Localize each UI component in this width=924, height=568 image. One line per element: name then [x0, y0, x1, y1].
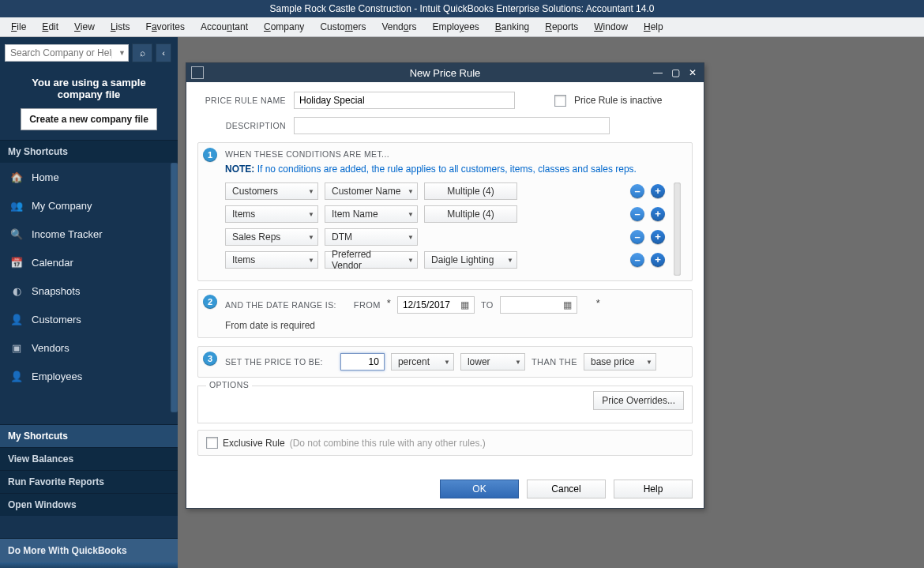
- shortcut-customers[interactable]: 👤 Customers: [0, 305, 178, 333]
- note-label: NOTE:: [225, 164, 254, 175]
- section-do-more[interactable]: Do More With QuickBooks: [0, 538, 178, 562]
- section-my-shortcuts-header[interactable]: My Shortcuts: [0, 140, 178, 163]
- close-button[interactable]: ✕: [686, 66, 699, 79]
- condition-field-value: Customer Name: [332, 186, 400, 197]
- shortcut-vendors[interactable]: ▣ Vendors: [0, 333, 178, 362]
- remove-condition-button[interactable]: [630, 207, 644, 221]
- ok-button[interactable]: OK: [440, 480, 519, 498]
- price-direction-dropdown[interactable]: lower▼: [460, 353, 525, 371]
- condition-field-dropdown[interactable]: Preferred Vendor▼: [325, 251, 418, 269]
- label-description: DESCRIPTION: [197, 121, 286, 130]
- shortcut-income-tracker[interactable]: 🔍 Income Tracker: [0, 220, 178, 248]
- label-set-price: SET THE PRICE TO BE:: [225, 357, 323, 367]
- menu-help[interactable]: Help: [637, 20, 670, 34]
- company-icon: 👥: [9, 198, 24, 213]
- exclusive-section: Exclusive Rule (Do not combine this rule…: [197, 430, 693, 456]
- dialog-system-menu-button[interactable]: [191, 66, 204, 79]
- calendar-icon[interactable]: ▦: [460, 299, 471, 310]
- menu-company[interactable]: Company: [257, 20, 310, 34]
- price-overrides-button[interactable]: Price Overrides...: [593, 391, 684, 410]
- condition-type-dropdown[interactable]: Sales Reps▼: [225, 228, 318, 246]
- condition-field-value: DTM: [332, 231, 352, 243]
- condition-value-dropdown[interactable]: Daigle Lighting▼: [424, 251, 517, 269]
- shortcut-my-company[interactable]: 👥 My Company: [0, 191, 178, 220]
- add-condition-button[interactable]: [651, 184, 665, 198]
- description-input[interactable]: [294, 117, 610, 134]
- shortcut-label: Calendar: [32, 257, 73, 269]
- condition-value-button[interactable]: Multiple (4): [424, 182, 517, 200]
- chevron-down-icon: ▼: [308, 211, 314, 218]
- price-unit-dropdown[interactable]: percent▼: [391, 353, 454, 371]
- add-condition-button[interactable]: [651, 253, 665, 267]
- section-open-windows[interactable]: Open Windows: [0, 493, 178, 516]
- sidebar-scrollbar[interactable]: [171, 163, 178, 412]
- condition-field-dropdown[interactable]: Item Name▼: [325, 205, 418, 223]
- dialog-title-bar[interactable]: New Price Rule — ▢ ✕: [186, 63, 704, 82]
- inactive-checkbox[interactable]: [554, 95, 566, 107]
- search-input[interactable]: [5, 44, 129, 62]
- label-from: FROM: [354, 300, 381, 310]
- help-button[interactable]: Help: [614, 480, 693, 498]
- exclusive-hint: (Do not combine this rule with any other…: [290, 438, 486, 449]
- remove-condition-button[interactable]: [630, 253, 644, 267]
- price-unit-value: percent: [398, 356, 430, 367]
- label-options: OPTIONS: [206, 380, 252, 389]
- create-company-button[interactable]: Create a new company file: [21, 108, 157, 130]
- condition-type-dropdown[interactable]: Items▼: [225, 251, 318, 269]
- minimize-button[interactable]: —: [652, 66, 664, 79]
- label-date-range: AND THE DATE RANGE IS:: [225, 300, 336, 310]
- menu-vendors[interactable]: Vendors: [375, 20, 423, 34]
- section-view-balances[interactable]: View Balances: [0, 447, 178, 470]
- shortcut-home[interactable]: 🏠 Home: [0, 163, 178, 191]
- label-inactive: Price Rule is inactive: [574, 95, 662, 106]
- menu-reports[interactable]: Reports: [539, 20, 584, 34]
- calendar-icon[interactable]: ▦: [563, 299, 574, 310]
- price-rule-name-input[interactable]: [294, 92, 515, 109]
- price-amount-input[interactable]: [340, 353, 385, 371]
- section-my-shortcuts-footer[interactable]: My Shortcuts: [0, 424, 178, 447]
- condition-field-dropdown[interactable]: DTM▼: [325, 228, 418, 246]
- menu-file[interactable]: File: [5, 20, 32, 34]
- add-condition-button[interactable]: [651, 207, 665, 221]
- maximize-button[interactable]: ▢: [669, 66, 682, 79]
- shortcut-calendar[interactable]: 📅 Calendar: [0, 248, 178, 276]
- menu-bar: File Edit View Lists Favorites Accountan…: [0, 17, 924, 37]
- collapse-sidebar-button[interactable]: ‹: [156, 43, 171, 62]
- remove-condition-button[interactable]: [630, 184, 644, 198]
- exclusive-checkbox[interactable]: [206, 437, 218, 449]
- condition-type-dropdown[interactable]: Items▼: [225, 205, 318, 223]
- section-run-favorite-reports[interactable]: Run Favorite Reports: [0, 470, 178, 493]
- set-price-section: 3 SET THE PRICE TO BE: percent▼ lower▼ T…: [197, 346, 693, 378]
- menu-lists[interactable]: Lists: [104, 20, 137, 34]
- price-base-dropdown[interactable]: base price▼: [584, 353, 656, 371]
- menu-customers[interactable]: Customers: [314, 20, 372, 34]
- step-badge-2: 2: [203, 295, 217, 309]
- condition-row: Customers▼Customer Name▼Multiple (4): [225, 182, 665, 200]
- menu-accountant[interactable]: Accountant: [194, 20, 254, 34]
- menu-view[interactable]: View: [68, 20, 101, 34]
- remove-condition-button[interactable]: [630, 230, 644, 244]
- condition-row: Items▼Preferred Vendor▼Daigle Lighting▼: [225, 251, 665, 269]
- chevron-down-icon: ▼: [308, 188, 314, 195]
- shortcut-label: Vendors: [32, 342, 69, 354]
- label-than-the: THAN THE: [531, 357, 577, 367]
- menu-favorites[interactable]: Favorites: [140, 20, 191, 34]
- conditions-scrollbar[interactable]: [674, 182, 681, 276]
- condition-field-dropdown[interactable]: Customer Name▼: [325, 182, 418, 200]
- menu-employees[interactable]: Employees: [426, 20, 485, 34]
- menu-window[interactable]: Window: [588, 20, 634, 34]
- income-icon: 🔍: [9, 227, 24, 241]
- condition-value-button[interactable]: Multiple (4): [424, 205, 517, 223]
- chevron-down-icon: ▼: [308, 234, 314, 241]
- step-badge-1: 1: [203, 148, 217, 162]
- condition-type-value: Customers: [232, 186, 278, 197]
- shortcut-employees[interactable]: 👤 Employees: [0, 362, 178, 390]
- cancel-button[interactable]: Cancel: [527, 480, 606, 498]
- chevron-down-icon: ▼: [408, 211, 414, 218]
- menu-edit[interactable]: Edit: [36, 20, 65, 34]
- shortcut-snapshots[interactable]: ◐ Snapshots: [0, 276, 178, 305]
- condition-type-dropdown[interactable]: Customers▼: [225, 182, 318, 200]
- menu-banking[interactable]: Banking: [489, 20, 535, 34]
- add-condition-button[interactable]: [651, 230, 665, 244]
- search-button[interactable]: ⌕: [132, 43, 152, 62]
